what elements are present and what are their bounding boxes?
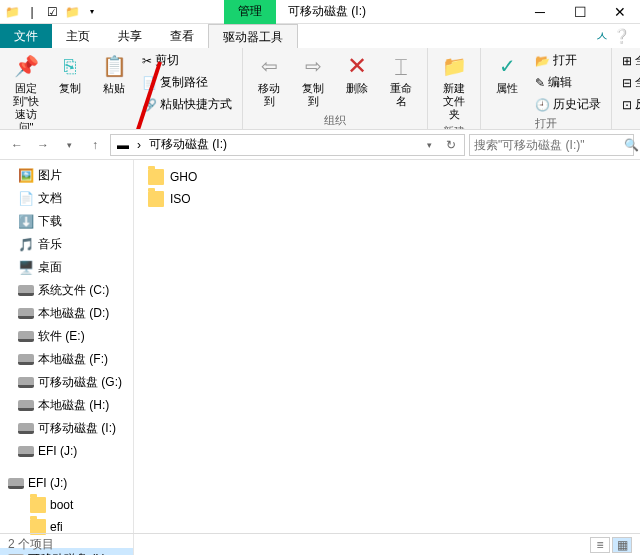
file-name: ISO (170, 192, 191, 206)
paste-shortcut-button[interactable]: 🔗粘贴快捷方式 (138, 94, 236, 115)
search-input[interactable] (474, 138, 624, 152)
copy-to-button[interactable]: ⇨复制到 (293, 50, 333, 110)
help-icon[interactable]: ㅅ ❔ (585, 24, 640, 48)
tree-label: EFI (J:) (38, 444, 77, 458)
tree-item[interactable]: 📄文档 (0, 187, 133, 210)
ribbon-group-open: ✓属性 📂打开 ✎编辑 🕘历史记录 打开 (481, 48, 612, 129)
address-bar[interactable]: ▬ › 可移动磁盘 (I:) ▾ ↻ (110, 134, 465, 156)
file-list[interactable]: GHOISO (134, 160, 640, 555)
ribbon-tabs: 文件 主页 共享 查看 驱动器工具 ㅅ ❔ (0, 24, 640, 48)
tree-label: efi (50, 520, 63, 534)
select-none-button[interactable]: ⊟全部取消 (618, 72, 640, 93)
tree-label: 本地磁盘 (F:) (38, 351, 108, 368)
tab-drive-tools[interactable]: 驱动器工具 (208, 24, 298, 48)
refresh-button[interactable]: ↻ (440, 134, 462, 156)
select-all-button[interactable]: ⊞全部选择 (618, 50, 640, 71)
tree-label: boot (50, 498, 73, 512)
folder-small-icon: 📁 (64, 4, 80, 20)
tree-item[interactable]: 🖼️图片 (0, 164, 133, 187)
search-box[interactable]: 🔍 (469, 134, 634, 156)
scissors-icon: ✂ (142, 54, 152, 68)
file-item[interactable]: ISO (144, 188, 630, 210)
nav-bar: ← → ▾ ↑ ▬ › 可移动磁盘 (I:) ▾ ↻ 🔍 (0, 130, 640, 160)
tab-file[interactable]: 文件 (0, 24, 52, 48)
selectnone-icon: ⊟ (622, 76, 632, 90)
tree-label: 可移动磁盘 (I:) (38, 420, 116, 437)
ribbon-group-select: ⊞全部选择 ⊟全部取消 ⊡反向选择 选择 (612, 48, 640, 129)
shortcut-icon: 🔗 (142, 98, 157, 112)
close-button[interactable]: ✕ (600, 0, 640, 24)
tree-item[interactable]: 本地磁盘 (F:) (0, 348, 133, 371)
ribbon-group-organize: ⇦移动到 ⇨复制到 ✕删除 ⌶重命名 组织 (243, 48, 428, 129)
tree-item[interactable]: boot (0, 494, 133, 516)
tree-label: 文档 (38, 190, 62, 207)
copy-button[interactable]: ⎘ 复制 (50, 50, 90, 97)
tree-label: 本地磁盘 (H:) (38, 397, 109, 414)
tree-item[interactable]: 系统文件 (C:) (0, 279, 133, 302)
checkbox-icon[interactable]: ☑ (44, 4, 60, 20)
open-button[interactable]: 📂打开 (531, 50, 605, 71)
new-folder-button[interactable]: 📁新建 文件夹 (434, 50, 474, 123)
recent-dropdown[interactable]: ▾ (58, 134, 80, 156)
icons-view-button[interactable]: ▦ (612, 537, 632, 553)
tree-item[interactable]: EFI (J:) (0, 472, 133, 494)
tree-item[interactable]: 软件 (E:) (0, 325, 133, 348)
tree-item[interactable]: 可移动磁盘 (G:) (0, 371, 133, 394)
minimize-button[interactable]: ─ (520, 0, 560, 24)
path-icon: 📄 (142, 76, 157, 90)
file-name: GHO (170, 170, 197, 184)
copy-path-button[interactable]: 📄复制路径 (138, 72, 236, 93)
tree-item[interactable]: 可移动磁盘 (I:) (0, 417, 133, 440)
ribbon-group-clipboard: 📌 固定到"快 速访问" ⎘ 复制 📋 粘贴 ✂剪切 📄复制路径 🔗粘贴快捷方式… (0, 48, 243, 129)
ribbon: 📌 固定到"快 速访问" ⎘ 复制 📋 粘贴 ✂剪切 📄复制路径 🔗粘贴快捷方式… (0, 48, 640, 130)
address-dropdown[interactable]: ▾ (418, 134, 440, 156)
delete-button[interactable]: ✕删除 (337, 50, 377, 97)
file-item[interactable]: GHO (144, 166, 630, 188)
history-button[interactable]: 🕘历史记录 (531, 94, 605, 115)
maximize-button[interactable]: ☐ (560, 0, 600, 24)
back-button[interactable]: ← (6, 134, 28, 156)
tree-label: 本地磁盘 (D:) (38, 305, 109, 322)
item-count: 2 个项目 (8, 536, 54, 553)
tree-item[interactable]: 🎵音乐 (0, 233, 133, 256)
select-invert-button[interactable]: ⊡反向选择 (618, 94, 640, 115)
tree-item[interactable]: EFI (J:) (0, 440, 133, 462)
selectall-icon: ⊞ (622, 54, 632, 68)
forward-button[interactable]: → (32, 134, 54, 156)
edit-icon: ✎ (535, 76, 545, 90)
up-button[interactable]: ↑ (84, 134, 106, 156)
copy-icon: ⎘ (56, 52, 84, 80)
properties-button[interactable]: ✓属性 (487, 50, 527, 97)
tree-label: 可移动磁盘 (G:) (38, 374, 122, 391)
props-icon: ✓ (493, 52, 521, 80)
details-view-button[interactable]: ≡ (590, 537, 610, 553)
search-icon[interactable]: 🔍 (624, 138, 639, 152)
tree-view[interactable]: 🖼️图片📄文档⬇️下载🎵音乐🖥️桌面系统文件 (C:)本地磁盘 (D:)软件 (… (0, 160, 134, 555)
qat-dropdown-icon[interactable]: ▾ (84, 4, 100, 20)
paste-icon: 📋 (100, 52, 128, 80)
title-bar: 📁 | ☑ 📁 ▾ 管理 可移动磁盘 (I:) ─ ☐ ✕ (0, 0, 640, 24)
tab-home[interactable]: 主页 (52, 24, 104, 48)
ribbon-group-new: 📁新建 文件夹 新建 (428, 48, 481, 129)
tree-item[interactable]: 本地磁盘 (H:) (0, 394, 133, 417)
tree-label: 桌面 (38, 259, 62, 276)
drive-icon: ▬ (113, 138, 133, 152)
tree-item[interactable]: ⬇️下载 (0, 210, 133, 233)
rename-button[interactable]: ⌶重命名 (381, 50, 421, 110)
newfolder-icon: 📁 (440, 52, 468, 80)
tree-item[interactable]: 🖥️桌面 (0, 256, 133, 279)
tree-label: 图片 (38, 167, 62, 184)
tree-label: 下载 (38, 213, 62, 230)
delete-icon: ✕ (343, 52, 371, 80)
tab-share[interactable]: 共享 (104, 24, 156, 48)
move-to-button[interactable]: ⇦移动到 (249, 50, 289, 110)
contextual-tab[interactable]: 管理 (224, 0, 276, 24)
tree-item[interactable]: 本地磁盘 (D:) (0, 302, 133, 325)
address-text[interactable]: 可移动磁盘 (I:) (145, 136, 231, 153)
tab-view[interactable]: 查看 (156, 24, 208, 48)
pin-button[interactable]: 📌 固定到"快 速访问" (6, 50, 46, 130)
cut-button[interactable]: ✂剪切 (138, 50, 236, 71)
qat-divider: | (24, 4, 40, 20)
edit-button[interactable]: ✎编辑 (531, 72, 605, 93)
paste-button[interactable]: 📋 粘贴 (94, 50, 134, 97)
